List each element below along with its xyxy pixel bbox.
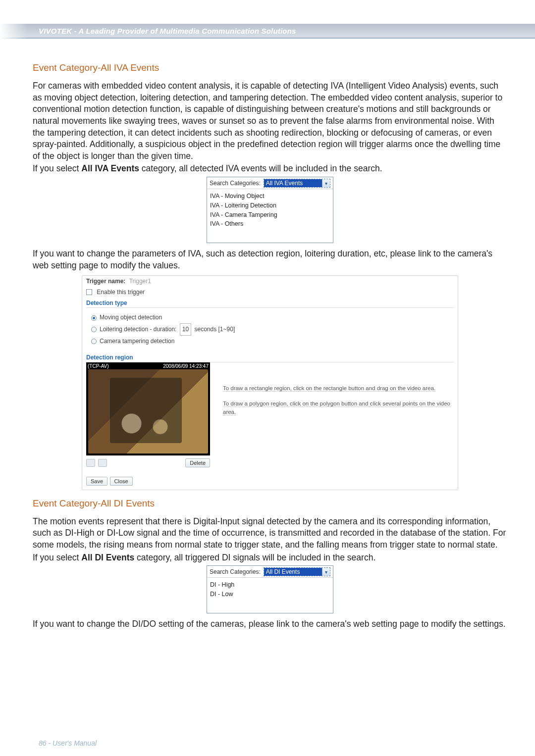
iva-option[interactable]: IVA - Others xyxy=(210,219,330,229)
opt-moving-row: Moving object detection xyxy=(91,312,452,323)
detection-type-options: Moving object detection Loitering detect… xyxy=(82,308,458,352)
page-number-label: 86 - User's Manual xyxy=(0,739,535,747)
detection-region-area: (TCP-AV) 2008/06/09 14:23:47 Delete To d… xyxy=(82,362,458,472)
di-paragraph-3: If you want to change the DI/DO setting … xyxy=(33,618,507,630)
save-button[interactable]: Save xyxy=(86,477,107,486)
panel-footer-buttons: Save Close xyxy=(82,472,458,490)
trigger-settings-panel: Trigger name: Trigger1 Enable this trigg… xyxy=(82,275,458,490)
region-help-text: To draw a rectangle region, click on the… xyxy=(223,362,454,467)
trigger-name-label: Trigger name: xyxy=(86,278,125,285)
iva-select-label: Search Categories: xyxy=(210,180,261,187)
opt-loitering-prefix: Loitering detection - duration: xyxy=(100,326,176,333)
opt-loitering-unit: seconds [1~90] xyxy=(194,326,235,333)
document-page: VIVOTEK - A Leading Provider of Multimed… xyxy=(0,0,535,756)
di-p2-suffix: category, all triggered DI signals will … xyxy=(134,553,375,562)
trigger-name-value: Trigger1 xyxy=(129,278,151,285)
di-paragraph-2: If you select All DI Events category, al… xyxy=(33,552,507,564)
video-column: (TCP-AV) 2008/06/09 14:23:47 Delete xyxy=(86,362,210,467)
video-scene xyxy=(88,369,208,454)
iva-paragraph-1: For cameras with embedded video content … xyxy=(33,80,507,162)
video-overlay-protocol: (TCP-AV) xyxy=(88,363,109,369)
di-paragraph-1: The motion events represent that there i… xyxy=(33,516,507,551)
region-tool-icons xyxy=(86,459,107,467)
page-footer: 86 - User's Manual xyxy=(0,739,535,747)
radio-loitering[interactable] xyxy=(91,327,97,332)
detection-region-label: Detection region xyxy=(82,352,458,362)
help-rectangle: To draw a rectangle region, click on the… xyxy=(223,385,435,392)
iva-options-list: IVA - Moving Object IVA - Loitering Dete… xyxy=(207,189,333,243)
radio-tampering[interactable] xyxy=(91,339,97,344)
iva-select-row: Search Categories: All IVA Events ▾ xyxy=(207,177,333,189)
content-area: Event Category-All IVA Events For camera… xyxy=(0,39,535,630)
section-title-di: Event Category-All DI Events xyxy=(33,498,507,509)
iva-option[interactable]: IVA - Loitering Detection xyxy=(210,201,330,210)
section-title-iva: Event Category-All IVA Events xyxy=(33,62,507,73)
close-button[interactable]: Close xyxy=(110,477,133,486)
video-overlay-timestamp: 2008/06/09 14:23:47 xyxy=(163,363,209,369)
opt-moving-label: Moving object detection xyxy=(100,314,162,321)
rectangle-tool-icon[interactable] xyxy=(86,459,95,467)
iva-paragraph-3: If you want to change the parameters of … xyxy=(33,248,507,271)
chevron-down-icon[interactable]: ▾ xyxy=(322,568,330,576)
video-preview[interactable]: (TCP-AV) 2008/06/09 14:23:47 xyxy=(86,362,210,455)
di-select-label: Search Categories: xyxy=(210,568,261,575)
enable-trigger-row: Enable this trigger xyxy=(82,287,458,298)
help-polygon: To draw a polygon region, click on the p… xyxy=(223,401,450,415)
trigger-name-row: Trigger name: Trigger1 xyxy=(82,276,458,287)
di-p2-prefix: If you select xyxy=(33,553,81,562)
di-select-dropdown[interactable]: All DI Events ▾ xyxy=(264,567,330,576)
page-header: VIVOTEK - A Leading Provider of Multimed… xyxy=(0,0,535,39)
chevron-down-icon[interactable]: ▾ xyxy=(322,179,330,187)
iva-p2-bold: All IVA Events xyxy=(81,163,139,173)
iva-select-panel: Search Categories: All IVA Events ▾ IVA … xyxy=(207,177,333,243)
di-options-list: DI - High DI - Low xyxy=(207,578,333,613)
di-select-panel: Search Categories: All DI Events ▾ DI - … xyxy=(207,565,333,613)
delete-button[interactable]: Delete xyxy=(185,458,210,467)
opt-loitering-row: Loitering detection - duration: 10 secon… xyxy=(91,323,452,336)
enable-trigger-checkbox[interactable] xyxy=(86,289,92,295)
header-fade xyxy=(0,0,27,39)
iva-select-value: All IVA Events xyxy=(264,179,322,187)
header-tagline: VIVOTEK - A Leading Provider of Multimed… xyxy=(39,27,296,35)
video-tools-row: Delete xyxy=(86,455,210,467)
di-select-value: All DI Events xyxy=(264,568,322,576)
opt-tampering-label: Camera tampering detection xyxy=(100,338,174,345)
di-option[interactable]: DI - High xyxy=(210,580,330,590)
iva-option[interactable]: IVA - Camera Tampering xyxy=(210,210,330,220)
di-option[interactable]: DI - Low xyxy=(210,590,330,599)
enable-trigger-label: Enable this trigger xyxy=(97,289,145,296)
polygon-tool-icon[interactable] xyxy=(98,459,107,467)
iva-paragraph-2: If you select All IVA Events category, a… xyxy=(33,163,507,175)
iva-p2-prefix: If you select xyxy=(33,163,81,173)
radio-moving[interactable] xyxy=(91,315,97,321)
di-select-row: Search Categories: All DI Events ▾ xyxy=(207,566,333,578)
iva-option[interactable]: IVA - Moving Object xyxy=(210,192,330,201)
iva-select-dropdown[interactable]: All IVA Events ▾ xyxy=(264,179,330,188)
opt-tampering-row: Camera tampering detection xyxy=(91,336,452,347)
loitering-duration-input[interactable]: 10 xyxy=(180,323,191,336)
detection-type-label: Detection type xyxy=(82,298,458,307)
di-p2-bold: All DI Events xyxy=(81,553,134,562)
iva-p2-suffix: category, all detected IVA events will b… xyxy=(139,163,382,173)
